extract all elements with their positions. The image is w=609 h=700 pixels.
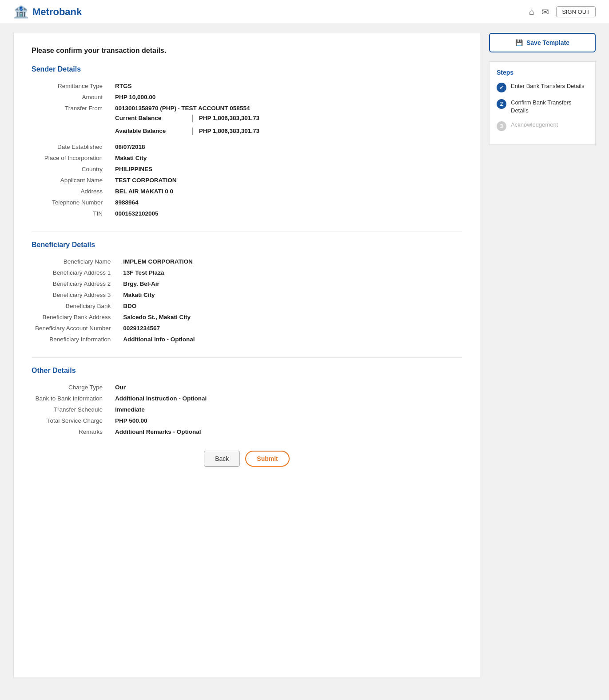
section-divider xyxy=(32,357,462,358)
save-template-icon: 💾 xyxy=(515,39,523,46)
field-label: Country xyxy=(32,164,111,175)
main-layout: Please confirm your transaction details.… xyxy=(0,24,609,686)
field-value: Our xyxy=(111,382,462,393)
table-row: Charge Type Our xyxy=(32,382,462,393)
field-value: 08/07/2018 xyxy=(111,141,462,152)
checkmark-icon: ✓ xyxy=(499,84,504,91)
step-indicator-done: ✓ xyxy=(497,83,506,92)
field-label: Bank to Bank Information xyxy=(32,393,111,404)
steps-panel: Steps ✓ Enter Bank Transfers Details 2 C… xyxy=(489,61,596,145)
step-item-3: 3 Acknowledgement xyxy=(497,121,588,131)
step-indicator-inactive: 3 xyxy=(497,121,506,131)
field-label: Transfer From xyxy=(32,103,111,141)
field-label: Beneficiary Name xyxy=(32,256,119,267)
step-number-2: 2 xyxy=(500,101,503,107)
logo-text: Metrobank xyxy=(32,6,82,18)
step-indicator-active: 2 xyxy=(497,99,506,109)
save-template-button[interactable]: 💾 Save Template xyxy=(489,33,596,52)
field-label: Amount xyxy=(32,92,111,103)
bank-icon: 🏦 xyxy=(13,4,29,19)
available-balance-row: Available Balance | PHP 1,806,383,301.73 xyxy=(115,126,458,136)
field-label: Beneficiary Bank Address xyxy=(32,312,119,323)
content-area: Please confirm your transaction details.… xyxy=(13,33,480,677)
separator: | xyxy=(191,113,194,123)
table-row: Total Service Charge PHP 500.00 xyxy=(32,415,462,426)
table-row: Bank to Bank Information Additional Inst… xyxy=(32,393,462,404)
section-divider xyxy=(32,232,462,232)
logo-area: 🏦 Metrobank xyxy=(13,4,82,19)
field-label: TIN xyxy=(32,208,111,219)
field-label: Total Service Charge xyxy=(32,415,111,426)
submit-button[interactable]: Submit xyxy=(245,451,289,467)
table-row: Place of Incorporation Makati City xyxy=(32,152,462,164)
current-balance-value: PHP 1,806,383,301.73 xyxy=(199,115,259,121)
step-number-3: 3 xyxy=(500,123,503,129)
field-value: 0001532102005 xyxy=(111,208,462,219)
form-actions: Back Submit xyxy=(32,451,462,467)
table-row: Applicant Name TEST CORPORATION xyxy=(32,175,462,186)
sender-section-title: Sender Details xyxy=(32,65,462,73)
table-row: Beneficiary Account Number 00291234567 xyxy=(32,323,462,334)
field-label: Telephone Number xyxy=(32,197,111,208)
beneficiary-details-table: Beneficiary Name IMPLEM CORPORATION Bene… xyxy=(32,256,462,345)
separator: | xyxy=(191,126,194,136)
steps-title: Steps xyxy=(497,69,588,76)
field-value: Additional Instruction - Optional xyxy=(111,393,462,404)
table-row: Beneficiary Bank Address Salcedo St., Ma… xyxy=(32,312,462,323)
table-row: Beneficiary Address 1 13F Test Plaza xyxy=(32,267,462,278)
field-value: Immediate xyxy=(111,404,462,415)
table-row: Amount PHP 10,000.00 xyxy=(32,92,462,103)
field-label: Beneficiary Address 2 xyxy=(32,278,119,289)
field-label: Transfer Schedule xyxy=(32,404,111,415)
save-template-label: Save Template xyxy=(526,39,569,46)
field-value: PHP 500.00 xyxy=(111,415,462,426)
field-value: BDO xyxy=(119,300,462,312)
table-row: Beneficiary Name IMPLEM CORPORATION xyxy=(32,256,462,267)
field-value: PHILIPPINES xyxy=(111,164,462,175)
field-value: PHP 10,000.00 xyxy=(111,92,462,103)
current-balance-label: Current Balance xyxy=(115,115,186,121)
balance-block: Current Balance | PHP 1,806,383,301.73 A… xyxy=(115,113,458,136)
sidebar: 💾 Save Template Steps ✓ Enter Bank Trans… xyxy=(489,33,596,145)
field-value: 13F Test Plaza xyxy=(119,267,462,278)
current-balance-row: Current Balance | PHP 1,806,383,301.73 xyxy=(115,113,458,123)
table-row: Beneficiary Address 2 Brgy. Bel-Air xyxy=(32,278,462,289)
field-value: IMPLEM CORPORATION xyxy=(119,256,462,267)
other-details-table: Charge Type Our Bank to Bank Information… xyxy=(32,382,462,437)
field-label: Place of Incorporation xyxy=(32,152,111,164)
sender-details-table: Remittance Type RTGS Amount PHP 10,000.0… xyxy=(32,80,462,219)
table-row: Address BEL AIR MAKATI 0 0 xyxy=(32,186,462,197)
field-value: Additioanl Remarks - Optional xyxy=(111,426,462,437)
field-value: 8988964 xyxy=(111,197,462,208)
field-value: TEST CORPORATION xyxy=(111,175,462,186)
field-label: Beneficiary Address 1 xyxy=(32,267,119,278)
table-row: Date Established 08/07/2018 xyxy=(32,141,462,152)
field-value: Brgy. Bel-Air xyxy=(119,278,462,289)
field-value: 00291234567 xyxy=(119,323,462,334)
back-button[interactable]: Back xyxy=(204,451,240,467)
field-label: Address xyxy=(32,186,111,197)
step-item-2: 2 Confirm Bank Transfers Details xyxy=(497,99,588,115)
signout-button[interactable]: SIGN OUT xyxy=(556,6,596,17)
field-value: Makati City xyxy=(119,289,462,300)
field-label: Charge Type xyxy=(32,382,111,393)
table-row: Country PHILIPPINES xyxy=(32,164,462,175)
step-label-2: Confirm Bank Transfers Details xyxy=(511,99,588,115)
field-value: RTGS xyxy=(111,80,462,92)
table-row: Transfer From 0013001358970 (PHP) · TEST… xyxy=(32,103,462,141)
step-label-3: Acknowledgement xyxy=(511,121,558,129)
field-label: Date Established xyxy=(32,141,111,152)
field-label: Beneficiary Information xyxy=(32,334,119,345)
other-section-title: Other Details xyxy=(32,367,462,375)
table-row: Transfer Schedule Immediate xyxy=(32,404,462,415)
mail-icon[interactable]: ✉ xyxy=(541,7,549,17)
home-icon[interactable]: ⌂ xyxy=(529,7,534,17)
table-row: Beneficiary Address 3 Makati City xyxy=(32,289,462,300)
table-row: Remittance Type RTGS xyxy=(32,80,462,92)
header-actions: ⌂ ✉ SIGN OUT xyxy=(529,6,596,17)
field-label: Applicant Name xyxy=(32,175,111,186)
field-label: Beneficiary Account Number xyxy=(32,323,119,334)
field-label: Remarks xyxy=(32,426,111,437)
available-balance-value: PHP 1,806,383,301.73 xyxy=(199,128,259,134)
field-value: Salcedo St., Makati City xyxy=(119,312,462,323)
